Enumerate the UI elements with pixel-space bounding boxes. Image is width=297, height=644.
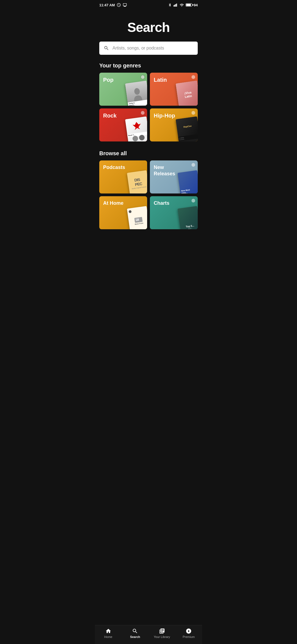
spotify-dot-hiphop <box>191 111 196 116</box>
browse-all-header: Browse all <box>99 150 198 157</box>
signal-icon <box>174 3 178 7</box>
svg-point-11 <box>128 210 131 213</box>
wifi-icon <box>180 3 184 7</box>
svg-rect-0 <box>174 5 174 7</box>
status-right: 94 <box>168 3 198 7</box>
svg-rect-1 <box>174 5 175 7</box>
genre-grid: Pop Today'sTop H... Latin <box>99 73 198 141</box>
spotify-dot-latin <box>191 75 196 80</box>
genre-label-hiphop: Hip-Hop <box>154 112 175 119</box>
top-genres-header: Your top genres <box>99 62 198 69</box>
page-title: Search <box>99 9 198 42</box>
browse-card-athome[interactable]: At Home Work From <box>99 196 147 229</box>
svg-point-9 <box>191 111 195 114</box>
search-icon <box>104 45 109 51</box>
genre-card-rock[interactable]: Rock Rock T... <box>99 108 147 141</box>
search-placeholder: Artists, songs, or podcasts <box>112 46 164 51</box>
browse-label-athome: At Home <box>103 200 123 206</box>
browse-grid: Podcasts DISPEC Spotify Original Podcast… <box>99 160 198 229</box>
svg-marker-8 <box>132 121 142 130</box>
latin-artwork: ¡VivaLatin <box>176 81 198 106</box>
browse-label-charts: Charts <box>154 200 169 206</box>
svg-point-5 <box>134 88 140 95</box>
status-time: 11:47 AM <box>99 3 115 7</box>
svg-point-7 <box>141 111 144 114</box>
charts-artwork: Top 5... GLO... <box>178 206 198 229</box>
main-content: Search Artists, songs, or podcasts Your … <box>95 9 202 257</box>
svg-rect-3 <box>176 4 177 7</box>
svg-point-4 <box>141 75 144 79</box>
spotify-dot-charts <box>191 198 196 204</box>
athome-artwork: Work From <box>127 206 147 229</box>
spotify-dot-rock <box>141 111 145 116</box>
genre-label-pop: Pop <box>103 77 114 83</box>
svg-point-15 <box>191 199 195 202</box>
pop-artwork: Today'sTop H... <box>125 81 147 106</box>
rock-artwork: Rock T... <box>125 116 147 141</box>
browse-label-newreleases: New Releases <box>154 164 187 177</box>
svg-point-6 <box>191 75 195 79</box>
status-bar: 11:47 AM 94 <box>95 0 202 9</box>
bluetooth-icon <box>168 3 172 7</box>
svg-rect-2 <box>175 4 176 7</box>
spotify-dot-pop <box>141 75 145 79</box>
spotify-dot-newreleases <box>191 163 196 168</box>
battery-level: 94 <box>194 3 198 7</box>
hiphop-artwork: RapCav Lil Baby& Gunn... <box>176 116 198 141</box>
podcasts-artwork: DISPEC Spotify Original Podcast <box>127 170 147 193</box>
genre-card-hiphop[interactable]: Hip-Hop RapCav Lil Baby& Gunn... <box>150 108 198 141</box>
genre-card-latin[interactable]: Latin ¡VivaLatin <box>150 73 198 106</box>
genre-label-rock: Rock <box>103 112 117 119</box>
alarm-icon <box>117 3 121 7</box>
screen-icon <box>123 3 127 7</box>
browse-card-newreleases[interactable]: New Releases New MusiFRID... <box>150 160 198 193</box>
search-bar[interactable]: Artists, songs, or podcasts <box>99 42 198 55</box>
svg-point-10 <box>191 163 195 167</box>
browse-label-podcasts: Podcasts <box>103 164 125 171</box>
genre-card-pop[interactable]: Pop Today'sTop H... <box>99 73 147 106</box>
genre-label-latin: Latin <box>154 77 167 83</box>
browse-card-podcasts[interactable]: Podcasts DISPEC Spotify Original Podcast <box>99 160 147 193</box>
browse-card-charts[interactable]: Charts Top 5... GLO... <box>150 196 198 229</box>
status-left: 11:47 AM <box>99 3 127 7</box>
battery-icon <box>186 3 192 7</box>
